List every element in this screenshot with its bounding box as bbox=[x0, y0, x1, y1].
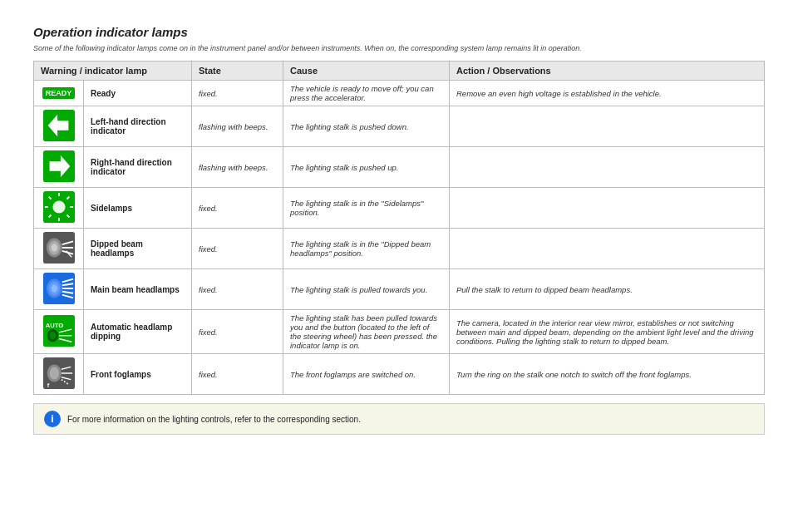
icon-cell bbox=[34, 188, 84, 229]
icon-cell bbox=[34, 106, 84, 147]
indicator-table: Warning / indicator lamp State Cause Act… bbox=[33, 61, 765, 395]
lamp-name: Front foglamps bbox=[84, 354, 192, 395]
lamp-name: Main beam headlamps bbox=[84, 269, 192, 310]
lamp-state: fixed. bbox=[192, 188, 283, 229]
dipped-beam-icon bbox=[43, 232, 75, 264]
icon-cell bbox=[34, 147, 84, 188]
col-header-state: State bbox=[192, 62, 283, 81]
svg-text:D: D bbox=[59, 323, 63, 328]
lamp-name: Sidelamps bbox=[84, 188, 192, 229]
svg-point-25 bbox=[51, 284, 57, 293]
main-beam-icon bbox=[43, 273, 75, 304]
auto-dip-icon: AUTO D bbox=[43, 315, 75, 347]
sidelamp-icon bbox=[43, 191, 75, 223]
lamp-name: Left-hand direction indicator bbox=[84, 106, 192, 147]
table-row: READYReadyfixed.The vehicle is ready to … bbox=[34, 81, 765, 106]
svg-point-34 bbox=[49, 332, 56, 340]
page-intro: Some of the following indicator lamps co… bbox=[33, 44, 765, 52]
page-title: Operation indicator lamps bbox=[33, 25, 765, 39]
lamp-action: Pull the stalk to return to dipped beam … bbox=[450, 269, 765, 310]
lamp-cause: The front foglamps are switched on. bbox=[283, 354, 450, 395]
col-header-cause: Cause bbox=[283, 62, 450, 81]
lamp-name: Right-hand direction indicator bbox=[84, 147, 192, 188]
col-header-warning: Warning / indicator lamp bbox=[34, 62, 192, 81]
svg-point-17 bbox=[51, 244, 57, 252]
left-arrow-icon bbox=[43, 110, 75, 141]
info-bar: i For more information on the lighting c… bbox=[33, 403, 765, 435]
fog-lamp-icon: f bbox=[43, 357, 75, 389]
lamp-action bbox=[450, 229, 765, 269]
table-row: Right-hand direction indicatorflashing w… bbox=[34, 147, 765, 188]
page-container: Operation indicator lamps Some of the fo… bbox=[0, 0, 798, 451]
lamp-state: fixed. bbox=[192, 310, 283, 354]
table-row: Sidelampsfixed.The lighting stalk is in … bbox=[34, 188, 765, 229]
icon-cell bbox=[34, 229, 84, 269]
lamp-action: Remove an even high voltage is establish… bbox=[450, 81, 765, 106]
table-row: AUTO D Automatic headlamp dippingfixed.T… bbox=[34, 310, 765, 354]
lamp-cause: The lighting stalk is pushed up. bbox=[283, 147, 450, 188]
info-text: For more information on the lighting con… bbox=[67, 415, 361, 424]
lamp-state: fixed. bbox=[192, 229, 283, 269]
right-arrow-icon bbox=[43, 150, 75, 182]
table-row: Dipped beam headlampsfixed.The lighting … bbox=[34, 229, 765, 269]
lamp-state: fixed. bbox=[192, 269, 283, 310]
icon-cell: f bbox=[34, 354, 84, 395]
svg-point-5 bbox=[52, 200, 65, 213]
svg-point-41 bbox=[49, 367, 58, 379]
lamp-name: Dipped beam headlamps bbox=[84, 229, 192, 269]
lamp-state: fixed. bbox=[192, 354, 283, 395]
lamp-action bbox=[450, 188, 765, 229]
col-header-action: Action / Observations bbox=[450, 62, 765, 81]
lamp-state: flashing with beeps. bbox=[192, 106, 283, 147]
lamp-name: Ready bbox=[84, 81, 192, 106]
lamp-cause: The lighting stalk is pulled towards you… bbox=[283, 269, 450, 310]
lamp-action: The camera, located in the interior rear… bbox=[450, 310, 765, 354]
table-row: f Front foglampsfixed.The front foglamps… bbox=[34, 354, 765, 395]
table-row: Main beam headlampsfixed.The lighting st… bbox=[34, 269, 765, 310]
lamp-name: Automatic headlamp dipping bbox=[84, 310, 192, 354]
icon-cell bbox=[34, 269, 84, 310]
lamp-action: Turn the ring on the stalk one notch to … bbox=[450, 354, 765, 395]
ready-icon: READY bbox=[42, 87, 76, 99]
table-row: Left-hand direction indicatorflashing wi… bbox=[34, 106, 765, 147]
icon-cell: AUTO D bbox=[34, 310, 84, 354]
lamp-cause: The lighting stalk has been pulled towar… bbox=[283, 310, 450, 354]
icon-cell: READY bbox=[34, 81, 84, 106]
info-icon: i bbox=[44, 411, 61, 427]
lamp-state: fixed. bbox=[192, 81, 283, 106]
lamp-cause: The lighting stalk is in the "Dipped bea… bbox=[283, 229, 450, 269]
lamp-cause: The vehicle is ready to move off; you ca… bbox=[283, 81, 450, 106]
lamp-cause: The lighting stalk is pushed down. bbox=[283, 106, 450, 147]
lamp-action bbox=[450, 106, 765, 147]
lamp-state: flashing with beeps. bbox=[192, 147, 283, 188]
lamp-action bbox=[450, 147, 765, 188]
lamp-cause: The lighting stalk is in the "Sidelamps"… bbox=[283, 188, 450, 229]
